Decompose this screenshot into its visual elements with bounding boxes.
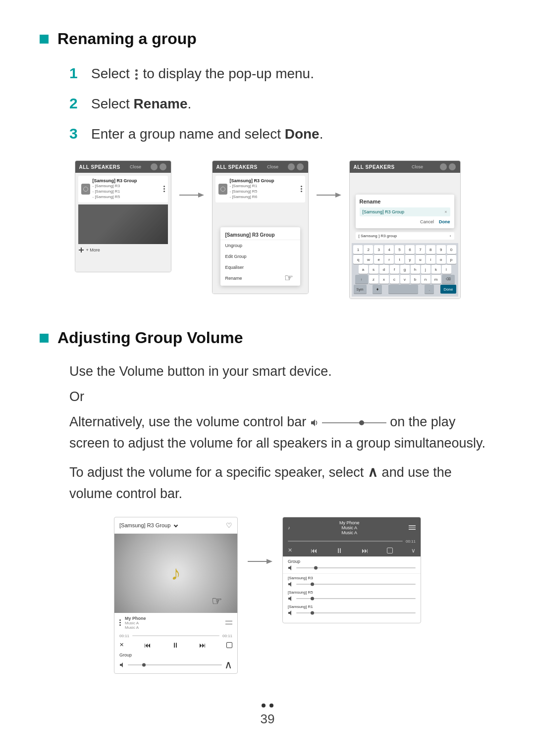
kb-w[interactable]: w xyxy=(364,255,373,264)
expand-icon-1[interactable]: ∧ xyxy=(224,658,232,671)
queue-btn-1[interactable] xyxy=(226,642,232,648)
section2-title: Adjusting Group Volume xyxy=(57,329,243,347)
kb-backspace[interactable]: ⌫ xyxy=(442,275,455,284)
step-3: 3 Enter a group name and select Done. xyxy=(69,122,495,145)
sp-track-1[interactable] xyxy=(296,584,416,585)
kb-u[interactable]: u xyxy=(416,255,425,264)
speaker-icon-2 xyxy=(218,184,227,195)
kb-j[interactable]: j xyxy=(421,265,430,274)
sp-track-2[interactable] xyxy=(296,598,416,599)
cancel-button[interactable]: Cancel xyxy=(420,219,434,224)
kb-done-key[interactable]: Done xyxy=(440,285,456,294)
sp-track-3[interactable] xyxy=(296,612,416,613)
kb-key-1[interactable]: 1 xyxy=(353,245,363,254)
popup-ungroup[interactable]: Ungroup xyxy=(220,240,300,251)
prev-btn-1[interactable]: ⏮ xyxy=(144,641,151,649)
step-2-text: Select Rename. xyxy=(91,94,191,114)
kb-c[interactable]: c xyxy=(390,275,399,284)
next-btn-2[interactable]: ⏭ xyxy=(362,547,369,554)
kb-q[interactable]: q xyxy=(353,255,363,264)
kb-t[interactable]: t xyxy=(395,255,404,264)
speaker-vol-icon xyxy=(310,418,319,427)
step-2: 2 Select Rename. xyxy=(69,92,495,114)
done-button[interactable]: Done xyxy=(439,219,450,224)
kb-f[interactable]: f xyxy=(390,265,399,274)
kb-key-7[interactable]: 7 xyxy=(416,245,425,254)
rename-actions: Cancel Done xyxy=(360,219,450,224)
group-item-1: [Samsung] R3 Group - [Samsung] R3 - [Sam… xyxy=(78,176,168,202)
three-dots-menu[interactable] xyxy=(163,186,165,192)
list-icon-2 xyxy=(409,525,416,530)
kb-a[interactable]: a xyxy=(359,265,368,274)
kb-v[interactable]: v xyxy=(400,275,410,284)
kb-g[interactable]: g xyxy=(400,265,410,274)
group-text-2: [Samsung] R3 Group - [Samsung] R1 - [Sam… xyxy=(230,178,274,200)
chevron-right-icon: › xyxy=(450,234,451,238)
kb-shift[interactable]: ↑ xyxy=(355,275,368,284)
kb-period[interactable]: . xyxy=(425,285,434,294)
play-screen-1: [Samsung] R3 Group ♡ ♪ ☞ My Phone Music … xyxy=(114,517,238,674)
close-ctrl-2[interactable]: ✕ xyxy=(288,547,292,554)
prev-btn-2[interactable]: ⏮ xyxy=(311,547,318,554)
controls-row-2: ✕ ⏮ ⏸ ⏭ ∨ xyxy=(283,545,421,556)
kb-space[interactable] xyxy=(388,285,418,294)
kb-key-3[interactable]: 3 xyxy=(374,245,383,254)
kb-i[interactable]: i xyxy=(426,255,435,264)
or-text: Or xyxy=(69,389,495,404)
kb-k[interactable]: k xyxy=(431,265,441,274)
list-icon-1 xyxy=(225,620,232,626)
vol-dot-1 xyxy=(142,663,146,666)
music-note-icon-2: ♪ xyxy=(288,525,290,530)
kb-p[interactable]: p xyxy=(447,255,456,264)
kb-l[interactable]: l xyxy=(442,265,451,274)
kb-key-5[interactable]: 5 xyxy=(395,245,404,254)
queue-btn-2[interactable] xyxy=(387,548,393,554)
kb-y[interactable]: y xyxy=(405,255,415,264)
page-number: 39 xyxy=(261,711,275,726)
kb-s[interactable]: s xyxy=(369,265,378,274)
kb-key-6[interactable]: 6 xyxy=(405,245,415,254)
popup-edit-group[interactable]: Edit Group xyxy=(220,251,300,262)
pause-btn-2[interactable]: ⏸ xyxy=(336,547,343,554)
group-vol-track[interactable] xyxy=(296,567,416,568)
pause-btn-1[interactable]: ⏸ xyxy=(172,641,179,649)
popup-equaliser[interactable]: Equaliser xyxy=(220,262,300,273)
kb-key-4[interactable]: 4 xyxy=(384,245,394,254)
progress-track-1[interactable] xyxy=(132,635,219,636)
three-dots-menu-2[interactable] xyxy=(301,186,302,192)
group-vol-label: Group xyxy=(288,559,416,564)
kb-b[interactable]: b xyxy=(411,275,420,284)
kb-e[interactable]: e xyxy=(374,255,383,264)
kb-n[interactable]: n xyxy=(421,275,430,284)
kb-key-2[interactable]: 2 xyxy=(364,245,373,254)
arrow-right-1 xyxy=(179,160,204,200)
kb-key-8[interactable]: 8 xyxy=(426,245,435,254)
screen1-header: ALL SPEAKERS Close xyxy=(75,161,171,173)
close-ctrl-1[interactable]: ✕ xyxy=(119,642,124,648)
speaker-entries: [Samsung] R3 [Samsung] R5 xyxy=(283,574,421,623)
kb-key-9[interactable]: 9 xyxy=(436,245,446,254)
dark-overlay xyxy=(78,204,168,244)
kb-x[interactable]: x xyxy=(379,275,389,284)
progress-track-2[interactable] xyxy=(288,541,403,542)
kb-d[interactable]: d xyxy=(379,265,389,274)
vol-track-1[interactable] xyxy=(128,664,222,665)
play-screen-2: ♪ My Phone Music A Music A 00:11 ✕ ⏮ xyxy=(282,517,421,623)
next-btn-1[interactable]: ⏭ xyxy=(199,641,206,649)
screen2-body: [Samsung] R3 Group - [Samsung] R1 - [Sam… xyxy=(213,173,308,294)
kb-z[interactable]: z xyxy=(369,275,378,284)
sub-items: - [Samsung] R3 - [Samsung] R1 - [Samsung… xyxy=(93,183,137,200)
kb-mic[interactable]: ♦ xyxy=(373,285,382,294)
arrow-right-2 xyxy=(317,160,341,200)
kb-o[interactable]: o xyxy=(436,255,446,264)
chevron-down-icon-2[interactable]: ∨ xyxy=(411,547,416,554)
kb-r[interactable]: r xyxy=(384,255,394,264)
rename-input[interactable]: [Samsung] R3 Group × xyxy=(360,207,450,216)
page-number-area: 39 xyxy=(40,704,495,742)
kb-key-0[interactable]: 0 xyxy=(447,245,456,254)
kb-sym[interactable]: Sym xyxy=(354,285,367,294)
suggestion-area: [ Samsung ] R3 group › xyxy=(352,231,458,243)
kb-h[interactable]: h xyxy=(411,265,420,274)
more-button[interactable]: + More xyxy=(78,247,168,253)
kb-m[interactable]: m xyxy=(431,275,441,284)
